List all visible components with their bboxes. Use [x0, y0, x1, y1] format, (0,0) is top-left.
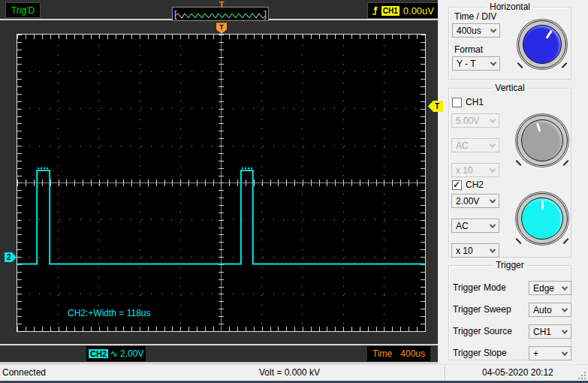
connection-status: Connected: [2, 367, 46, 378]
ch1-coupling-value: AC: [456, 140, 469, 151]
ch1-volts-select[interactable]: 5.00V: [451, 113, 499, 128]
ch2-volts-per-div: 2.00V: [120, 348, 143, 359]
trigger-status-readout: Trig'D: [5, 2, 41, 18]
ch1-coupling-select[interactable]: AC: [451, 138, 499, 152]
format-select[interactable]: Y - T: [452, 56, 500, 71]
knob-pointer: [545, 30, 552, 39]
datetime-readout: 04-05-2020 20:12: [482, 367, 553, 378]
chevron-down-icon: [562, 306, 568, 312]
ch2-label: CH2: [466, 179, 484, 190]
chevron-down-icon: [562, 327, 568, 333]
statusbar-separator: [445, 366, 446, 379]
chevron-down-icon: [490, 59, 496, 65]
knob-face: [521, 198, 563, 240]
trigger-position-marker[interactable]: T: [216, 23, 227, 34]
ch1-probe-value: x 10: [456, 165, 473, 176]
ch2-enable-checkbox[interactable]: [452, 180, 462, 190]
preview-waveform: [173, 8, 268, 20]
chevron-down-icon: [490, 166, 496, 172]
trigger-source-select[interactable]: CH1: [529, 324, 571, 339]
voltage-readout: Volt = 0.000 kV: [259, 367, 320, 378]
format-value: Y - T: [457, 59, 476, 69]
trigger-sweep-value: Auto: [533, 305, 552, 315]
trigger-group-title: Trigger: [493, 260, 527, 270]
chevron-down-icon: [490, 26, 496, 32]
trigger-status-text: Trig'D: [11, 5, 35, 16]
chevron-down-icon: [562, 349, 568, 355]
ch1-volts-value: 5.00V: [456, 116, 479, 126]
knob-face: [521, 119, 563, 161]
trigger-source-label: Trigger Source: [453, 326, 512, 336]
ch2-probe-select[interactable]: x 10: [451, 243, 499, 258]
knob-pointer: [541, 201, 544, 210]
time-per-div: 400us: [400, 348, 425, 359]
vertical-group-title: Vertical: [492, 83, 527, 93]
trigger-mode-select[interactable]: Edge: [529, 281, 571, 295]
trigger-level-readout: CH1 0.00uV: [367, 2, 439, 19]
ch2-coupling-select[interactable]: AC: [451, 219, 499, 233]
ch2-volts-select[interactable]: 2.00V: [451, 194, 499, 208]
trigger-source-value: CH1: [533, 327, 551, 337]
trigger-slope-label: Trigger Slope: [453, 348, 507, 358]
ch1-position-knob[interactable]: [517, 115, 568, 166]
ac-wave-icon: ∿: [110, 348, 118, 359]
chbar-divider-top: [0, 344, 438, 345]
chevron-down-icon: [490, 246, 496, 252]
ch1-probe-select[interactable]: x 10: [451, 163, 499, 177]
ch2-position-knob[interactable]: [517, 193, 568, 244]
ch2-scale-readout: CH2 ∿ 2.00V: [86, 346, 146, 361]
timebase-readout: Time 400us: [367, 346, 430, 361]
trigger-source-badge: CH1: [381, 6, 400, 16]
knob-pointer: [536, 123, 541, 132]
chevron-down-icon: [490, 141, 496, 147]
scope-dark-area: Trig'D [ ] T CH1 0.00uV: [0, 0, 438, 364]
preview-trigger-position-marker[interactable]: T: [213, 0, 230, 9]
format-label: Format: [454, 44, 483, 55]
resize-grip[interactable]: [584, 378, 586, 379]
trigger-sweep-select[interactable]: Auto: [529, 303, 571, 317]
time-label: Time: [372, 348, 392, 359]
ch1-enable-checkbox[interactable]: [452, 98, 462, 107]
chevron-down-icon: [490, 222, 496, 228]
ch2-badge: CH2: [89, 349, 108, 358]
status-bar: Connected Volt = 0.000 kV 04-05-2020 20:…: [0, 364, 588, 381]
chevron-down-icon: [562, 284, 568, 290]
trigger-sweep-label: Trigger Sweep: [453, 304, 511, 315]
trigger-slope-select[interactable]: +: [529, 346, 571, 360]
scope-grid-and-trace: [17, 35, 425, 331]
pulse-width-measurement: CH2:+Width = 118us: [68, 308, 151, 318]
horizontal-group-title: Horizontal: [487, 2, 533, 12]
ch2-probe-value: x 10: [456, 246, 473, 256]
ch2-coupling-value: AC: [456, 221, 469, 231]
scope-display: [17, 34, 426, 332]
oscilloscope-app-window: Trig'D [ ] T CH1 0.00uV: [0, 0, 588, 383]
time-div-select[interactable]: 400us: [452, 23, 500, 38]
trigger-mode-label: Trigger Mode: [453, 282, 506, 293]
preview-window-bracket-right[interactable]: ]: [264, 8, 267, 20]
ch1-label: CH1: [466, 97, 484, 107]
horizontal-timebase-knob[interactable]: [518, 20, 566, 68]
trigger-mode-value: Edge: [533, 283, 554, 294]
preview-window-bracket-left[interactable]: [: [174, 8, 177, 20]
control-panel: Horizontal Time / DIV 400us Format Y - T…: [439, 0, 588, 364]
trigger-slope-value: +: [533, 348, 538, 359]
time-div-label: Time / DIV: [454, 11, 496, 22]
chevron-down-icon: [490, 197, 496, 203]
ch2-position-marker[interactable]: 2: [5, 252, 17, 262]
rising-edge-trigger-icon: [372, 5, 378, 17]
time-div-value: 400us: [457, 26, 481, 36]
chevron-down-icon: [490, 116, 496, 122]
ch2-volts-value: 2.00V: [456, 196, 479, 207]
preview-trace-green: [185, 14, 252, 18]
knob-face: [523, 25, 562, 64]
trigger-level-value: 0.00uV: [403, 5, 434, 17]
trigger-level-marker[interactable]: T: [428, 101, 443, 112]
